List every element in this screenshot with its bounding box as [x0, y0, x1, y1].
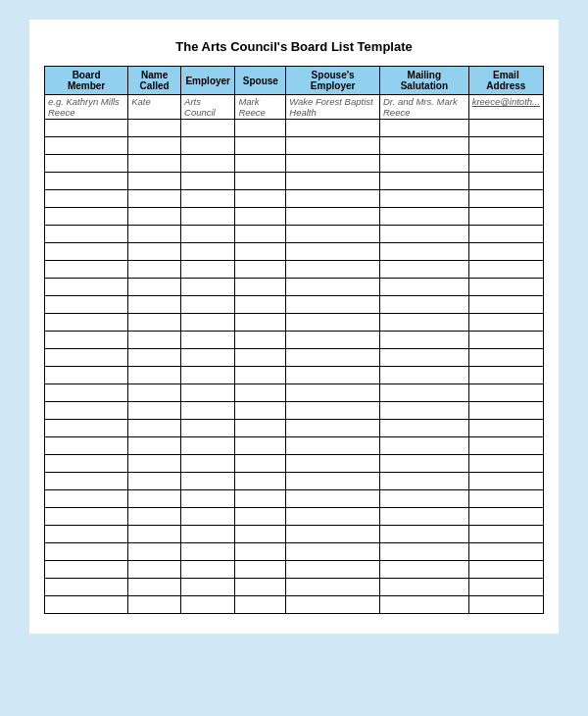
cell-spouses-employer: [286, 173, 380, 190]
header-spouses-employer: Spouse'sEmployer: [286, 67, 380, 95]
cell-email: [468, 579, 543, 596]
table-row: [45, 314, 544, 332]
example-mailing-salutation: Dr. and Mrs. Mark Reece: [380, 95, 469, 120]
cell-spouses-employer: [286, 314, 380, 332]
cell-spouse: [235, 243, 286, 261]
cell-spouses-employer: [286, 155, 380, 173]
cell-spouses-employer: [286, 384, 380, 402]
cell-mailing-salutation: [380, 349, 469, 367]
cell-spouse: [235, 155, 286, 173]
cell-mailing-salutation: [380, 155, 469, 173]
cell-email: [468, 155, 543, 173]
cell-mailing-salutation: [380, 243, 469, 261]
cell-spouse: [235, 367, 286, 384]
table-row: [45, 120, 544, 137]
example-email: kreece@intoth...: [468, 95, 543, 120]
table-row: [45, 508, 544, 526]
cell-email: [468, 226, 543, 243]
table-row: [45, 137, 544, 155]
cell-spouses-employer: [286, 579, 380, 596]
cell-spouses-employer: [286, 437, 380, 455]
cell-mailing-salutation: [380, 226, 469, 243]
cell-mailing-salutation: [380, 190, 469, 208]
cell-board-member: [45, 243, 128, 261]
cell-spouses-employer: [286, 473, 380, 490]
table-row: [45, 279, 544, 296]
cell-employer: [181, 367, 235, 384]
cell-name-called: [128, 155, 181, 173]
table-row: [45, 420, 544, 437]
cell-employer: [181, 137, 235, 155]
header-name-called: Name Called: [128, 67, 181, 95]
cell-board-member: [45, 226, 128, 243]
cell-spouse: [235, 332, 286, 349]
cell-board-member: [45, 473, 128, 490]
cell-email: [468, 402, 543, 420]
cell-spouses-employer: [286, 120, 380, 137]
cell-name-called: [128, 243, 181, 261]
cell-name-called: [128, 543, 181, 561]
cell-employer: [181, 579, 235, 596]
cell-name-called: [128, 508, 181, 526]
cell-board-member: [45, 155, 128, 173]
cell-email: [468, 420, 543, 437]
cell-employer: [181, 226, 235, 243]
cell-mailing-salutation: [380, 543, 469, 561]
cell-spouses-employer: [286, 561, 380, 579]
example-board-member: e.g. Kathryn Mills Reece: [45, 95, 128, 120]
table-row: [45, 261, 544, 279]
cell-spouse: [235, 490, 286, 508]
cell-board-member: [45, 349, 128, 367]
cell-spouse: [235, 455, 286, 473]
cell-spouse: [235, 579, 286, 596]
cell-email: [468, 173, 543, 190]
cell-mailing-salutation: [380, 384, 469, 402]
cell-spouses-employer: [286, 508, 380, 526]
cell-spouse: [235, 543, 286, 561]
cell-mailing-salutation: [380, 455, 469, 473]
example-name-called: Kate: [128, 95, 181, 120]
table-row: [45, 243, 544, 261]
cell-email: [468, 243, 543, 261]
cell-spouse: [235, 296, 286, 314]
cell-name-called: [128, 332, 181, 349]
cell-name-called: [128, 190, 181, 208]
cell-spouses-employer: [286, 243, 380, 261]
cell-board-member: [45, 332, 128, 349]
table-row: [45, 226, 544, 243]
cell-spouse: [235, 561, 286, 579]
cell-mailing-salutation: [380, 420, 469, 437]
cell-spouses-employer: [286, 137, 380, 155]
cell-board-member: [45, 137, 128, 155]
header-board-member: BoardMember: [45, 67, 128, 95]
cell-name-called: [128, 208, 181, 226]
cell-email: [468, 526, 543, 543]
cell-mailing-salutation: [380, 437, 469, 455]
cell-email: [468, 332, 543, 349]
cell-email: [468, 508, 543, 526]
cell-name-called: [128, 579, 181, 596]
cell-employer: [181, 437, 235, 455]
table-row: [45, 543, 544, 561]
cell-mailing-salutation: [380, 367, 469, 384]
cell-spouse: [235, 261, 286, 279]
cell-mailing-salutation: [380, 261, 469, 279]
cell-employer: [181, 402, 235, 420]
table-row: [45, 402, 544, 420]
cell-spouse: [235, 402, 286, 420]
cell-spouse: [235, 120, 286, 137]
page-title: The Arts Council's Board List Template: [44, 39, 544, 54]
header-mailing-salutation: MailingSalutation: [380, 67, 469, 95]
cell-email: [468, 455, 543, 473]
cell-email: [468, 349, 543, 367]
cell-employer: [181, 173, 235, 190]
cell-employer: [181, 384, 235, 402]
cell-employer: [181, 243, 235, 261]
table-row: [45, 455, 544, 473]
cell-mailing-salutation: [380, 490, 469, 508]
cell-mailing-salutation: [380, 137, 469, 155]
cell-email: [468, 384, 543, 402]
cell-email: [468, 279, 543, 296]
cell-email: [468, 261, 543, 279]
table-row: [45, 173, 544, 190]
